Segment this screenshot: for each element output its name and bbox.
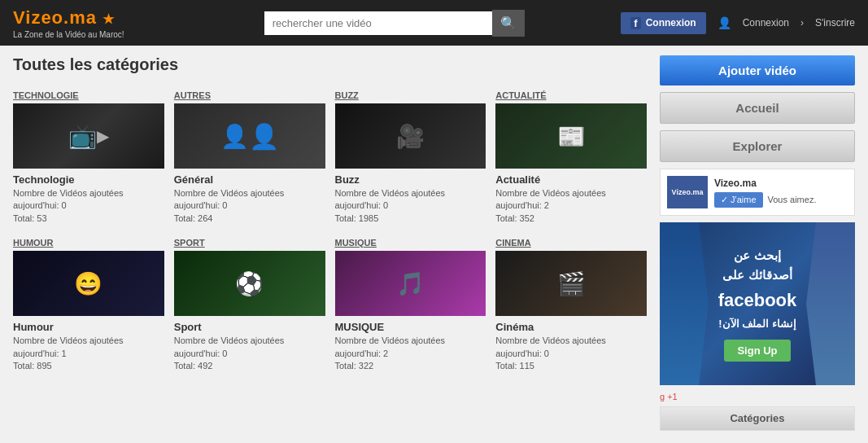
category-icon-sport: ⚽ [235,270,264,297]
category-thumb-sport: ⚽ [174,251,325,316]
category-icon-actualite: 📰 [557,123,586,150]
category-name-musique: MUSIQUE [335,321,486,333]
category-name-autres: Général [174,173,325,186]
category-item-sport[interactable]: SPORT ⚽ Sport Nombre de Vidéos ajoutées … [174,238,325,372]
category-name-humour: Humour [13,321,164,333]
category-stat-technologie: Nombre de Vidéos ajoutées aujourd'hui: 0… [13,187,164,225]
stat-today-actualite: aujourd'hui: 2 [495,200,549,210]
category-icon-humour: 😄 [74,270,103,297]
fb-ad-text-line1: إبحث عن [718,246,797,265]
sidebar-categories-box: Catégories [660,406,855,431]
category-item-musique[interactable]: MUSIQUE 🎵 MUSIQUE Nombre de Vidéos ajout… [335,238,486,372]
fb-face-right-icon [806,222,855,385]
category-item-autres[interactable]: AUTRES 👤 Général Nombre de Vidéos ajouté… [174,90,325,225]
accueil-button[interactable]: Accueil [660,92,855,124]
fb-widget-content: Vizeo.ma ✓ J'aime Vous aimez. [714,178,816,208]
fb-like-button[interactable]: ✓ J'aime [714,192,763,208]
category-header-autres: AUTRES [174,90,325,100]
fb-face-left-icon [660,222,709,385]
person-icon: 👤 [718,16,731,29]
stat-today-autres: aujourd'hui: 0 [174,200,228,210]
stat-today-technologie: aujourd'hui: 0 [13,200,67,210]
stat-total-sport: Total: 492 [174,361,213,371]
category-image-cinema: 🎬 [495,251,647,316]
fb-ad-text-line2: أصدقائك على [718,265,797,285]
gplus-icon: g [660,392,665,401]
stat-label-cinema: Nombre de Vidéos ajoutées [495,336,606,345]
category-stat-musique: Nombre de Vidéos ajoutées aujourd'hui: 2… [335,335,486,372]
gplus-label: +1 [667,392,678,401]
category-header-cinema: CINEMA [495,238,647,248]
sidebar: Ajouter vidéo Accueil Explorer Vizeo.ma … [660,55,855,431]
category-header-humour: HUMOUR [13,238,164,248]
category-stat-cinema: Nombre de Vidéos ajoutées aujourd'hui: 0… [495,335,647,372]
stat-label-actualite: Nombre de Vidéos ajoutées [495,188,606,198]
stat-total-technologie: Total: 53 [13,213,47,223]
stat-label-autres: Nombre de Vidéos ajoutées [174,188,285,198]
category-icon-musique: 🎵 [396,270,425,297]
stat-label-buzz: Nombre de Vidéos ajoutées [335,188,446,198]
fb-logo-text: Vizeo.ma [672,188,704,196]
explorer-button[interactable]: Explorer [660,130,855,162]
category-stat-buzz: Nombre de Vidéos ajoutées aujourd'hui: 0… [335,187,486,225]
page-title: Toutes les catégories [13,55,647,77]
category-icon-cinema: 🎬 [557,270,586,297]
category-image-musique: 🎵 [335,251,486,316]
fb-like-area: ✓ J'aime Vous aimez. [714,192,816,208]
stat-total-actualite: Total: 352 [495,213,534,223]
category-thumb-actualite: 📰 [495,103,647,169]
category-header-musique: MUSIQUE [335,238,486,248]
categories-grid: TECHNOLOGIE 📺 Technologie Nombre de Vidé… [13,90,647,372]
stat-label-technologie: Nombre de Vidéos ajoutées [13,188,124,198]
category-image-technologie: 📺 [13,103,164,169]
category-icon-technologie: 📺 [68,123,97,150]
category-item-cinema[interactable]: CINEMA 🎬 Cinéma Nombre de Vidéos ajoutée… [495,238,647,372]
facebook-widget: Vizeo.ma Vizeo.ma ✓ J'aime Vous aimez. [660,169,855,216]
category-name-technologie: Technologie [13,173,164,186]
category-stat-autres: Nombre de Vidéos ajoutées aujourd'hui: 0… [174,187,325,225]
search-button[interactable]: 🔍 [492,10,525,37]
logo-title: Vizeo.ma ★ [13,7,115,29]
category-icon-buzz: 🎥 [396,123,425,150]
facebook-ad-banner: إبحث عن أصدقائك على facebook إنشاء الملف… [660,222,855,385]
category-item-humour[interactable]: HUMOUR 😄 Humour Nombre de Vidéos ajoutée… [13,238,164,372]
fb-signup-button[interactable]: Sign Up [724,340,790,362]
stat-label-musique: Nombre de Vidéos ajoutées [335,336,446,345]
category-item-buzz[interactable]: Buzz 🎥 Buzz Nombre de Vidéos ajoutées au… [335,90,486,225]
category-image-sport: ⚽ [174,251,325,316]
category-thumb-humour: 😄 [13,251,164,316]
stat-today-sport: aujourd'hui: 0 [174,349,228,358]
category-image-actualite: 📰 [495,103,647,169]
stat-label-sport: Nombre de Vidéos ajoutées [174,336,285,345]
category-image-humour: 😄 [13,251,164,316]
main-container: Toutes les catégories TECHNOLOGIE 📺 Tech… [0,46,868,441]
category-name-sport: Sport [174,321,325,333]
stat-today-humour: aujourd'hui: 1 [13,349,67,358]
content-area: Toutes les catégories TECHNOLOGIE 📺 Tech… [13,55,647,431]
fb-page-name: Vizeo.ma [714,178,816,189]
facebook-connect-button[interactable]: f Connexion [621,12,705,34]
search-input[interactable] [264,11,492,35]
stat-today-musique: aujourd'hui: 2 [335,349,389,358]
fb-you-like-text: Vous aimez. [768,195,817,204]
separator: › [800,17,804,29]
category-image-autres: 👤 [174,103,325,169]
category-image-buzz: 🎥 [335,103,486,169]
category-item-actualite[interactable]: ACTUALITÉ 📰 Actualité Nombre de Vidéos a… [495,90,647,225]
header: Vizeo.ma ★ La Zone de la Vidéo au Maroc!… [0,0,868,46]
category-stat-sport: Nombre de Vidéos ajoutées aujourd'hui: 0… [174,335,325,372]
connexion-link[interactable]: Connexion [743,17,789,29]
category-thumb-autres: 👤 [174,103,325,169]
logo-area: Vizeo.ma ★ La Zone de la Vidéo au Maroc! [13,7,168,39]
category-stat-actualite: Nombre de Vidéos ajoutées aujourd'hui: 2… [495,187,647,225]
facebook-icon: f [630,17,640,29]
sidebar-categories-title: Catégories [661,407,854,430]
sinscire-link[interactable]: S'inscrire [815,17,855,29]
category-item-technologie[interactable]: TECHNOLOGIE 📺 Technologie Nombre de Vidé… [13,90,164,225]
category-thumb-cinema: 🎬 [495,251,647,316]
stat-total-humour: Total: 895 [13,361,52,371]
gplus-area: g +1 [660,392,855,401]
stat-total-autres: Total: 264 [174,213,213,223]
add-video-button[interactable]: Ajouter vidéo [660,55,855,86]
stat-total-buzz: Total: 1985 [335,213,379,223]
